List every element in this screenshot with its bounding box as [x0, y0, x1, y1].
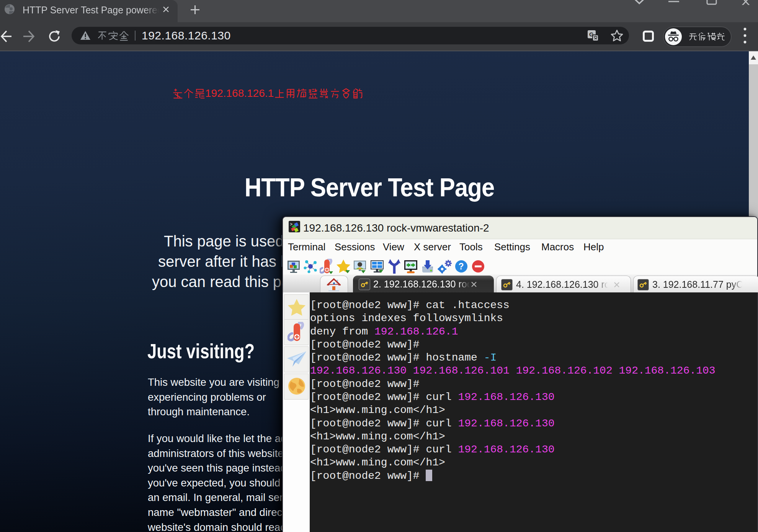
svg-text:?: ?: [459, 261, 464, 271]
